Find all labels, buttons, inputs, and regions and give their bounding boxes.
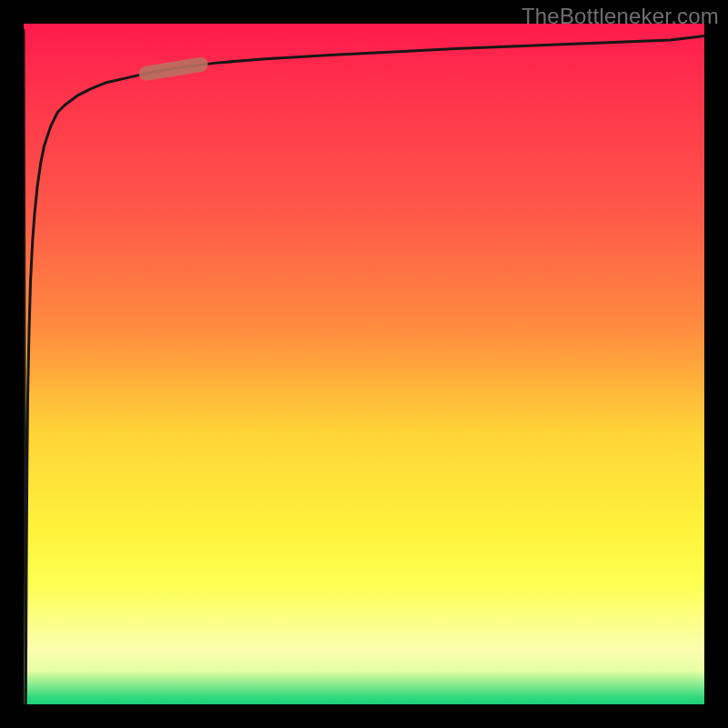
chart-frame: TheBottleneker.com (0, 0, 728, 728)
highlight-segment (147, 65, 201, 74)
curve-line (24, 30, 704, 704)
plot-area (24, 24, 704, 704)
watermark-text: TheBottleneker.com (521, 4, 719, 29)
curve-layer (24, 24, 704, 704)
